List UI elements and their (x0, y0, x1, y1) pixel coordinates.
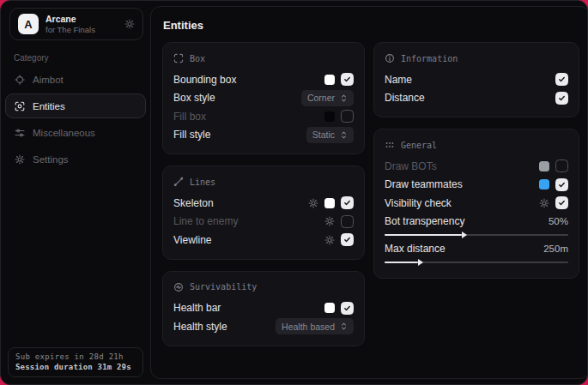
row-controls (324, 302, 354, 315)
setting-label: Viewline (173, 234, 211, 246)
row-controls (324, 110, 354, 123)
gear-icon[interactable] (308, 198, 318, 208)
scan-icon (15, 101, 25, 111)
gear-icon[interactable] (124, 19, 135, 29)
color-swatch[interactable] (539, 179, 549, 189)
sidebar-item-entities[interactable]: Entities (5, 93, 146, 118)
session-duration-text: Session duration 31m 29s (15, 363, 136, 371)
slider-track[interactable] (385, 234, 568, 236)
frame-icon (173, 53, 184, 63)
card-title: Survivability (190, 282, 257, 292)
checkbox[interactable] (555, 73, 568, 86)
card-title: Information (401, 54, 458, 63)
row-controls (555, 73, 568, 86)
color-swatch[interactable] (324, 198, 335, 208)
setting-label: Box style (173, 92, 215, 104)
settings-columns: BoxBounding boxBox styleCornerFill boxFi… (162, 42, 579, 346)
dropdown[interactable]: Static (306, 127, 354, 143)
gear-icon[interactable] (324, 216, 335, 226)
gear-icon[interactable] (324, 235, 335, 245)
setting-label: Max distance (385, 243, 446, 255)
setting-label: Name (385, 74, 412, 86)
line-icon (173, 177, 184, 187)
setting-row: Fill box (173, 107, 354, 126)
setting-label: Bounding box (173, 74, 236, 86)
setting-row: Health bar (173, 299, 354, 318)
setting-row: Health styleHealth based (173, 317, 354, 336)
brand-card: A Arcane for The Finals (9, 8, 143, 40)
dropdown[interactable]: Corner (301, 90, 354, 106)
crosshair-icon (15, 75, 25, 85)
setting-row: Visibility check (385, 194, 568, 213)
card-header: Information (385, 53, 568, 63)
gear-icon[interactable] (539, 198, 549, 208)
row-controls: Static (306, 127, 354, 143)
checkbox[interactable] (341, 233, 354, 246)
gear-icon (15, 154, 25, 165)
page-title: Entities (163, 19, 579, 32)
setting-label: Line to enemy (173, 215, 238, 227)
checkbox[interactable] (555, 196, 568, 209)
brand-text: Arcane for The Finals (45, 14, 95, 35)
slider-setting: Max distance250m (385, 241, 568, 263)
checkbox[interactable] (555, 159, 568, 172)
card-header: Survivability (173, 282, 354, 292)
updown-icon (340, 93, 348, 103)
sidebar-item-miscellaneous[interactable]: Miscellaneous (5, 120, 146, 145)
card-header: General (385, 140, 568, 150)
updown-icon (340, 322, 348, 331)
app-logo: A (18, 14, 39, 34)
setting-row: Bounding box (173, 70, 354, 89)
checkbox[interactable] (555, 92, 568, 105)
setting-label: Draw BOTs (385, 160, 437, 172)
color-swatch[interactable] (324, 75, 335, 85)
row-controls (308, 196, 354, 209)
sidebar-item-aimbot[interactable]: Aimbot (5, 67, 146, 92)
setting-label: Health style (173, 321, 227, 333)
sidebar-nav: AimbotEntitiesMiscellaneousSettings (1, 67, 150, 171)
color-swatch[interactable] (324, 111, 335, 122)
row-controls (555, 92, 568, 105)
info-icon (385, 53, 395, 63)
dropdown-value: Corner (307, 93, 335, 103)
card-information: InformationNameDistance (373, 42, 579, 117)
setting-row: Distance (385, 89, 568, 108)
slider-thumb[interactable] (418, 259, 423, 266)
checkbox[interactable] (555, 178, 568, 191)
setting-label: Bot transpenency (385, 215, 464, 227)
dropdown[interactable]: Health based (276, 318, 354, 334)
color-swatch[interactable] (324, 303, 335, 313)
color-swatch[interactable] (539, 161, 549, 171)
card-survivability: SurvivabilityHealth barHealth styleHealt… (162, 271, 365, 346)
subscription-status-card: Sub expires in 28d 21h Session duration … (8, 347, 143, 377)
row-controls (324, 215, 354, 228)
checkbox[interactable] (341, 302, 354, 315)
row-controls (324, 233, 354, 246)
setting-label: Skeleton (173, 197, 214, 209)
setting-row: Viewline (173, 231, 354, 250)
setting-row: Fill styleStatic (173, 126, 354, 145)
sidebar-item-label: Settings (33, 154, 69, 165)
setting-row: Skeleton (173, 194, 354, 213)
sidebar-item-settings[interactable]: Settings (5, 147, 146, 171)
setting-row: Name (385, 70, 568, 89)
slider-track[interactable] (385, 262, 568, 263)
row-controls (539, 178, 568, 191)
slider-thumb[interactable] (462, 232, 467, 238)
card-title: General (401, 141, 437, 150)
setting-row: Line to enemy (173, 213, 354, 232)
setting-row: Box styleCorner (173, 89, 354, 108)
checkbox[interactable] (341, 196, 354, 209)
grid-icon (385, 140, 395, 150)
card-title: Lines (190, 177, 215, 187)
row-controls (539, 159, 568, 172)
sidebar-item-label: Miscellaneous (33, 128, 95, 138)
checkbox[interactable] (341, 215, 354, 228)
sidebar-item-label: Aimbot (33, 75, 64, 85)
row-controls (324, 73, 354, 86)
sidebar: A Arcane for The Finals Category AimbotE… (1, 1, 150, 384)
checkbox[interactable] (341, 73, 354, 86)
setting-label: Health bar (173, 302, 221, 314)
checkbox[interactable] (341, 110, 354, 123)
setting-label: Fill style (173, 129, 210, 141)
